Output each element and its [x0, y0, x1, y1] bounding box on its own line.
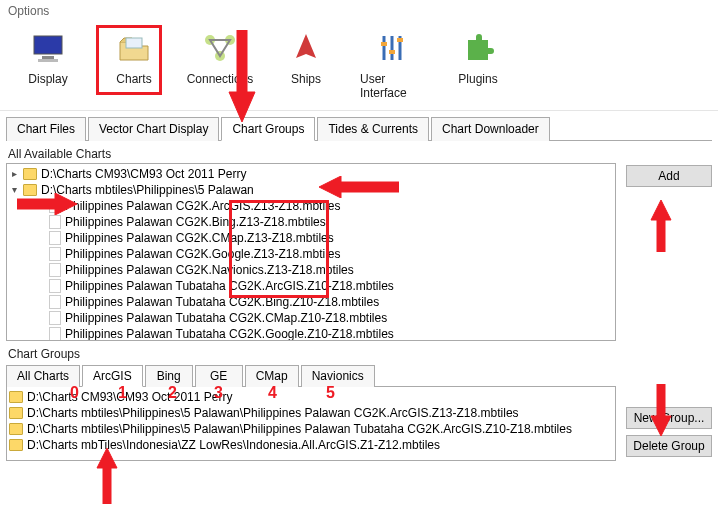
- folder-icon: [9, 439, 23, 451]
- tree-file-row[interactable]: Philippines Palawan CG2K.Google.Z13-Z18.…: [9, 246, 613, 262]
- add-button[interactable]: Add: [626, 165, 712, 187]
- toolbar-ui-label: User Interface: [360, 72, 424, 100]
- connections-icon: [200, 28, 240, 68]
- tree-folder-row[interactable]: ▾ D:\Charts mbtiles\Philippines\5 Palawa…: [9, 182, 613, 198]
- available-charts-tree[interactable]: ▸ D:\Charts CM93\CM93 Oct 2011 Perry ▾ D…: [6, 163, 616, 341]
- tab-tides-currents[interactable]: Tides & Currents: [317, 117, 429, 141]
- folder-icon: [9, 423, 23, 435]
- sliders-icon: [372, 28, 412, 68]
- toolbar-ui[interactable]: User Interface: [360, 28, 424, 100]
- tree-file-row[interactable]: Philippines Palawan Tubataha CG2K.Google…: [9, 326, 613, 341]
- tree-file-label: Philippines Palawan Tubataha CG2K.CMap.Z…: [65, 311, 387, 325]
- toolbar-charts-label: Charts: [116, 72, 151, 86]
- file-icon: [49, 311, 61, 325]
- tree-file-row[interactable]: Philippines Palawan CG2K.ArcGIS.Z13-Z18.…: [9, 198, 613, 214]
- tree-file-label: Philippines Palawan CG2K.Bing.Z13-Z18.mb…: [65, 215, 326, 229]
- toolbar: Display Charts Connections Ships User In…: [0, 22, 718, 111]
- new-group-button[interactable]: New Group...: [626, 407, 712, 429]
- toolbar-plugins-label: Plugins: [458, 72, 497, 86]
- toolbar-charts[interactable]: Charts: [102, 28, 166, 100]
- charts-folder-icon: [114, 28, 154, 68]
- group-tab-all-charts[interactable]: All Charts: [6, 365, 80, 387]
- tree-file-row[interactable]: Philippines Palawan Tubataha CG2K.CMap.Z…: [9, 310, 613, 326]
- tab-chart-files[interactable]: Chart Files: [6, 117, 86, 141]
- tree-file-row[interactable]: Philippines Palawan CG2K.Navionics.Z13-Z…: [9, 262, 613, 278]
- toolbar-ships[interactable]: Ships: [274, 28, 338, 100]
- tree-file-label: Philippines Palawan Tubataha CG2K.Google…: [65, 327, 394, 341]
- svg-rect-0: [34, 36, 62, 54]
- list-item[interactable]: D:\Charts CM93\CM93 Oct 2011 Perry: [9, 389, 613, 405]
- file-icon: [49, 279, 61, 293]
- tree-file-label: Philippines Palawan Tubataha CG2K.Bing.Z…: [65, 295, 379, 309]
- tree-file-row[interactable]: Philippines Palawan CG2K.Bing.Z13-Z18.mb…: [9, 214, 613, 230]
- tab-chart-downloader[interactable]: Chart Downloader: [431, 117, 550, 141]
- tree-file-label: Philippines Palawan CG2K.Navionics.Z13-Z…: [65, 263, 354, 277]
- tree-file-row[interactable]: Philippines Palawan Tubataha CG2K.Bing.Z…: [9, 294, 613, 310]
- toolbar-plugins[interactable]: Plugins: [446, 28, 510, 100]
- list-item-label: D:\Charts mbtiles\Philippines\5 Palawan\…: [27, 406, 519, 420]
- folder-icon: [23, 168, 37, 180]
- svg-rect-10: [381, 42, 387, 46]
- file-icon: [49, 327, 61, 341]
- tree-file-label: Philippines Palawan CG2K.Google.Z13-Z18.…: [65, 247, 340, 261]
- tree-folder-row[interactable]: ▸ D:\Charts CM93\CM93 Oct 2011 Perry: [9, 166, 613, 182]
- window-title: Options: [0, 0, 718, 22]
- chart-tabs: Chart Files Vector Chart Display Chart G…: [6, 117, 712, 141]
- expand-icon[interactable]: ▾: [9, 185, 19, 195]
- file-icon: [49, 215, 61, 229]
- svg-rect-12: [397, 38, 403, 42]
- delete-group-button[interactable]: Delete Group: [626, 435, 712, 457]
- group-tabs: All Charts ArcGIS Bing GE CMap Navionics: [6, 365, 616, 387]
- group-contents-list[interactable]: D:\Charts CM93\CM93 Oct 2011 Perry D:\Ch…: [6, 387, 616, 461]
- svg-rect-2: [38, 59, 58, 62]
- folder-icon: [23, 184, 37, 196]
- tree-file-label: Philippines Palawan CG2K.CMap.Z13-Z18.mb…: [65, 231, 334, 245]
- group-tab-arcgis[interactable]: ArcGIS: [82, 365, 143, 387]
- list-item-label: D:\Charts mbTiles\Indonesia\ZZ LowRes\In…: [27, 438, 440, 452]
- file-icon: [49, 295, 61, 309]
- tree-file-row[interactable]: Philippines Palawan CG2K.CMap.Z13-Z18.mb…: [9, 230, 613, 246]
- list-item-label: D:\Charts mbtiles\Philippines\5 Palawan\…: [27, 422, 572, 436]
- monitor-icon: [28, 28, 68, 68]
- file-icon: [49, 263, 61, 277]
- svg-rect-1: [42, 56, 54, 59]
- tab-vector-chart-display[interactable]: Vector Chart Display: [88, 117, 219, 141]
- toolbar-ships-label: Ships: [291, 72, 321, 86]
- group-tab-cmap[interactable]: CMap: [245, 365, 299, 387]
- puzzle-icon: [458, 28, 498, 68]
- group-tab-ge[interactable]: GE: [195, 365, 243, 387]
- tab-chart-groups[interactable]: Chart Groups: [221, 117, 315, 141]
- tree-folder-label: D:\Charts mbtiles\Philippines\5 Palawan: [41, 183, 254, 197]
- all-available-charts-label: All Available Charts: [0, 141, 718, 163]
- folder-icon: [9, 407, 23, 419]
- tree-file-label: Philippines Palawan CG2K.ArcGIS.Z13-Z18.…: [65, 199, 340, 213]
- list-item[interactable]: D:\Charts mbTiles\Indonesia\ZZ LowRes\In…: [9, 437, 613, 453]
- list-item[interactable]: D:\Charts mbtiles\Philippines\5 Palawan\…: [9, 405, 613, 421]
- file-icon: [49, 247, 61, 261]
- list-item-label: D:\Charts CM93\CM93 Oct 2011 Perry: [27, 390, 232, 404]
- chart-groups-label: Chart Groups: [0, 341, 718, 363]
- tree-file-row[interactable]: Philippines Palawan Tubataha CG2K.ArcGIS…: [9, 278, 613, 294]
- toolbar-display-label: Display: [28, 72, 67, 86]
- toolbar-connections[interactable]: Connections: [188, 28, 252, 100]
- tree-folder-label: D:\Charts CM93\CM93 Oct 2011 Perry: [41, 167, 246, 181]
- ship-icon: [286, 28, 326, 68]
- file-icon: [49, 231, 61, 245]
- folder-icon: [9, 391, 23, 403]
- file-icon: [49, 199, 61, 213]
- group-tab-navionics[interactable]: Navionics: [301, 365, 375, 387]
- group-tab-bing[interactable]: Bing: [145, 365, 193, 387]
- tree-file-label: Philippines Palawan Tubataha CG2K.ArcGIS…: [65, 279, 394, 293]
- collapse-icon[interactable]: ▸: [9, 169, 19, 179]
- svg-rect-3: [126, 38, 142, 48]
- list-item[interactable]: D:\Charts mbtiles\Philippines\5 Palawan\…: [9, 421, 613, 437]
- toolbar-display[interactable]: Display: [16, 28, 80, 100]
- svg-rect-11: [389, 50, 395, 54]
- toolbar-connections-label: Connections: [187, 72, 254, 86]
